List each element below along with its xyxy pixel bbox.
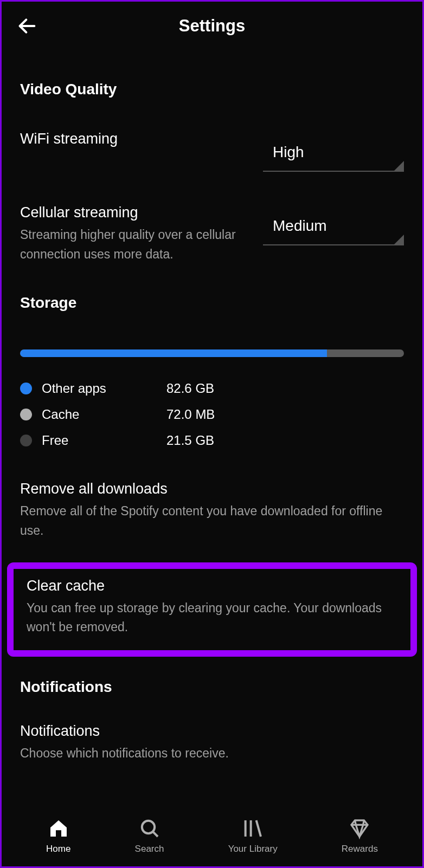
nav-search[interactable]: Search [135,817,164,854]
cellular-streaming-label: Cellular streaming [20,204,247,221]
clear-cache-desc: You can free up storage by clearing your… [27,599,397,637]
cellular-streaming-dropdown[interactable]: Medium [263,208,404,245]
content[interactable]: Video Quality WiFi streaming High Cellul… [2,50,422,866]
legend-dot [20,409,32,420]
remove-downloads-desc: Remove all of the Spotify content you ha… [20,502,404,540]
nav-rewards[interactable]: Rewards [342,817,378,854]
notifications-row[interactable]: Notifications Choose which notifications… [20,717,404,769]
legend-row: Cache72.0 MB [20,401,404,427]
legend-value: 82.6 GB [166,381,214,396]
search-icon [138,817,162,840]
svg-point-1 [142,821,154,833]
notifications-title: Notifications [20,723,404,740]
section-notifications: Notifications [20,678,404,696]
legend-value: 72.0 MB [166,407,215,422]
wifi-streaming-row: WiFi streaming High [20,131,404,172]
legend-label: Free [42,433,166,448]
wifi-streaming-value: High [273,144,404,161]
section-storage: Storage [20,294,404,312]
storage-bar [20,349,404,357]
wifi-streaming-dropdown[interactable]: High [263,134,404,172]
legend-label: Other apps [42,381,166,396]
diamond-icon [348,817,371,840]
remove-downloads-title: Remove all downloads [20,481,404,497]
legend-row: Other apps82.6 GB [20,375,404,401]
nav-library[interactable]: Your Library [228,817,278,854]
home-icon [47,817,70,840]
header: Settings [2,2,422,50]
nav-home[interactable]: Home [46,817,70,854]
wifi-streaming-label: WiFi streaming [20,131,247,147]
legend-row: Free21.5 GB [20,427,404,454]
page-title: Settings [15,16,409,36]
legend-value: 21.5 GB [166,433,214,448]
section-video-quality: Video Quality [20,81,404,98]
clear-cache-highlight: Clear cache You can free up storage by c… [7,562,417,657]
clear-cache-title: Clear cache [27,578,397,594]
remove-downloads-row[interactable]: Remove all downloads Remove all of the S… [20,475,404,546]
cellular-streaming-row: Cellular streaming Streaming higher qual… [20,204,404,264]
legend-dot [20,383,32,394]
cellular-streaming-desc: Streaming higher quality over a cellular… [20,225,247,264]
legend-label: Cache [42,407,166,422]
legend-dot [20,435,32,446]
storage-legend: Other apps82.6 GBCache72.0 MBFree21.5 GB [20,375,404,454]
cellular-streaming-value: Medium [273,217,404,235]
clear-cache-row[interactable]: Clear cache You can free up storage by c… [27,578,397,637]
notifications-desc: Choose which notifications to receive. [20,744,404,763]
svg-line-2 [152,832,157,837]
library-icon [241,817,265,840]
storage-bar-fill [20,349,327,357]
bottom-nav: Home Search Your Library Rewards [3,809,421,866]
settings-screen: Settings Video Quality WiFi streaming Hi… [2,2,422,866]
